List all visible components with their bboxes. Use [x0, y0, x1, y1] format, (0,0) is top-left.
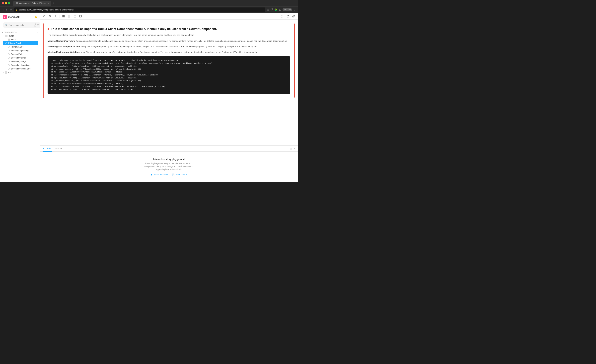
- maximize-button[interactable]: [8, 2, 10, 4]
- component-icon: [5, 35, 7, 37]
- tab-title: components / Button - Prima...: [19, 2, 46, 4]
- new-tab-button[interactable]: +: [52, 2, 54, 5]
- chevron-right-icon: ›: [3, 72, 4, 73]
- error-section-text-0: : You can use decorators to supply speci…: [75, 40, 288, 42]
- error-section-1: Misconfigured Webpack or Vite: Verify th…: [48, 45, 290, 48]
- code-line: at ./src/components/Icon.tsx (http://loc…: [51, 74, 287, 77]
- panel-expand-icon[interactable]: ⊡: [290, 147, 292, 150]
- error-heading: This module cannot be imported from a Cl…: [51, 27, 217, 31]
- watch-video-link[interactable]: ▶ Watch 5m video ›: [151, 174, 170, 176]
- layout-grid-button[interactable]: [61, 14, 66, 19]
- layout-bottom-button[interactable]: [78, 14, 83, 19]
- shield-icon[interactable]: 🛡: [270, 8, 273, 11]
- extensions-icon[interactable]: 🧩: [274, 8, 278, 11]
- refresh-button[interactable]: ↻: [9, 7, 13, 12]
- forward-button[interactable]: ›: [6, 8, 8, 12]
- sidebar-title: Storybook: [8, 16, 19, 18]
- copy-link-button[interactable]: [291, 14, 296, 19]
- zoom-out-button[interactable]: [42, 14, 47, 19]
- code-line: at options.factory (http://localhost:600…: [51, 65, 287, 68]
- watch-video-arrow: ›: [169, 174, 170, 176]
- browser-actions: ☆ 🛡 🧩 ⊡ Incognito ⋮: [267, 8, 296, 11]
- story-icon: [8, 46, 10, 48]
- tab-bar: components / Button - Prima... ✕ +: [13, 1, 296, 6]
- error-description: The component failed to render properly,…: [48, 33, 290, 37]
- sidebar-item-secondary-icon-small[interactable]: Secondary Icon Small: [1, 63, 40, 67]
- chevron-down-icon: ▾: [3, 35, 4, 37]
- components-section-header[interactable]: ▾ COMPONENTS ≡: [0, 30, 40, 34]
- svg-point-3: [49, 15, 51, 17]
- code-line: at options.factory (http://localhost:600…: [51, 88, 287, 91]
- sidebar-item-docs[interactable]: Docs: [1, 38, 40, 41]
- sidebar-item-primary-small[interactable]: Primary Small: [3, 41, 38, 45]
- sidebar-item-primary-full[interactable]: Primary Full: [1, 52, 40, 56]
- toolbar: [40, 13, 298, 20]
- sidebar-header-actions: 🔔: [34, 16, 37, 18]
- address-bar[interactable]: 🔒 localhost:6006/?path=/story/components…: [14, 7, 266, 12]
- toolbar-right: [280, 14, 296, 19]
- minimize-button[interactable]: [5, 2, 7, 4]
- address-bar-row: ‹ › ↻ 🔒 localhost:6006/?path=/story/comp…: [0, 6, 298, 13]
- primary-large-label: Primary Large: [11, 46, 23, 48]
- sidebar-item-icon[interactable]: › Icon: [1, 71, 40, 74]
- cast-icon[interactable]: ⊡: [279, 8, 281, 11]
- playground-content: Interactive story playground Controls gi…: [40, 152, 298, 182]
- search-input[interactable]: [8, 24, 33, 26]
- tab-controls[interactable]: Controls: [43, 146, 52, 152]
- svg-rect-12: [64, 16, 65, 17]
- bookmark-icon[interactable]: ☆: [267, 8, 269, 11]
- browser-chrome: components / Button - Prima... ✕ +: [0, 0, 298, 6]
- read-docs-link[interactable]: 📄 Read docs ›: [172, 174, 187, 176]
- sidebar-item-button[interactable]: ▾ Button: [1, 34, 40, 38]
- close-button[interactable]: [2, 2, 4, 4]
- secondary-icon-large-label: Secondary Icon Large: [11, 68, 30, 70]
- section-label: COMPONENTS: [4, 31, 17, 33]
- filter-icon[interactable]: ▽: [37, 24, 39, 26]
- tab-close-icon[interactable]: ✕: [48, 2, 49, 4]
- story-icon: [8, 68, 10, 70]
- search-bar[interactable]: 🔍 ⌘ K ▽: [3, 22, 40, 28]
- primary-small-label: Primary Small: [8, 42, 21, 44]
- layout-side-button[interactable]: [72, 14, 77, 19]
- story-icon: [8, 50, 10, 51]
- docs-label: Docs: [11, 38, 16, 41]
- error-section-title-2: Missing Environment Variables: [48, 51, 80, 53]
- playground-description: Controls give you an easy to use interfa…: [142, 162, 195, 171]
- browser-tab[interactable]: components / Button - Prima... ✕: [13, 1, 51, 6]
- sidebar-item-primary-large[interactable]: Primary Large: [1, 45, 40, 49]
- bottom-panel: Controls Actions ⊡ ✕ Interactive story p…: [40, 146, 298, 182]
- secondary-small-label: Secondary Small: [11, 57, 26, 59]
- sidebar-header: S Storybook 🔔: [0, 13, 40, 21]
- read-docs-arrow: ›: [186, 174, 187, 176]
- svg-rect-11: [62, 16, 64, 17]
- search-icon: 🔍: [5, 24, 7, 26]
- fullscreen-button[interactable]: [280, 14, 285, 19]
- code-line: at ./src/components/Button.tsx (http://l…: [51, 85, 287, 88]
- playground-links: ▶ Watch 5m video › 📄 Read docs ›: [151, 174, 187, 176]
- error-section-2: Missing Environment Variables: Your Stor…: [48, 51, 290, 54]
- notification-icon[interactable]: 🔔: [34, 16, 37, 18]
- zoom-reset-button[interactable]: [48, 14, 52, 19]
- svg-line-4: [51, 17, 51, 17]
- panel-close-icon[interactable]: ✕: [293, 147, 295, 150]
- code-line: at ./node_modules/.pnpm/server-only@0.0.…: [51, 62, 287, 65]
- tree-group-button: ▾ Button Docs Primary Small Prim: [0, 34, 40, 71]
- primary-full-label: Primary Full: [11, 53, 22, 55]
- sidebar-item-secondary-small[interactable]: Secondary Small: [1, 56, 40, 60]
- sidebar-item-secondary-large[interactable]: Secondary Large: [1, 60, 40, 63]
- new-window-button[interactable]: [285, 14, 290, 19]
- back-button[interactable]: ‹: [2, 8, 4, 12]
- tab-actions[interactable]: Actions: [55, 146, 63, 152]
- story-icon: [8, 61, 10, 62]
- zoom-in-button[interactable]: [53, 14, 58, 19]
- security-icon: 🔒: [16, 9, 18, 11]
- layout-single-button[interactable]: [67, 14, 72, 19]
- browser-menu-icon[interactable]: ⋮: [293, 8, 296, 11]
- panel-tab-actions: ⊡ ✕: [290, 147, 295, 150]
- section-action-icon[interactable]: ≡: [37, 31, 38, 33]
- svg-line-6: [56, 17, 57, 17]
- code-line: at __webpack_require__ (http://localhost…: [51, 80, 287, 82]
- sidebar-item-primary-large-long[interactable]: Primary Large Long: [1, 49, 40, 52]
- error-section-text-2: : Your Storybook may require specific en…: [80, 51, 259, 53]
- sidebar-item-secondary-icon-large[interactable]: Secondary Icon Large: [1, 67, 40, 71]
